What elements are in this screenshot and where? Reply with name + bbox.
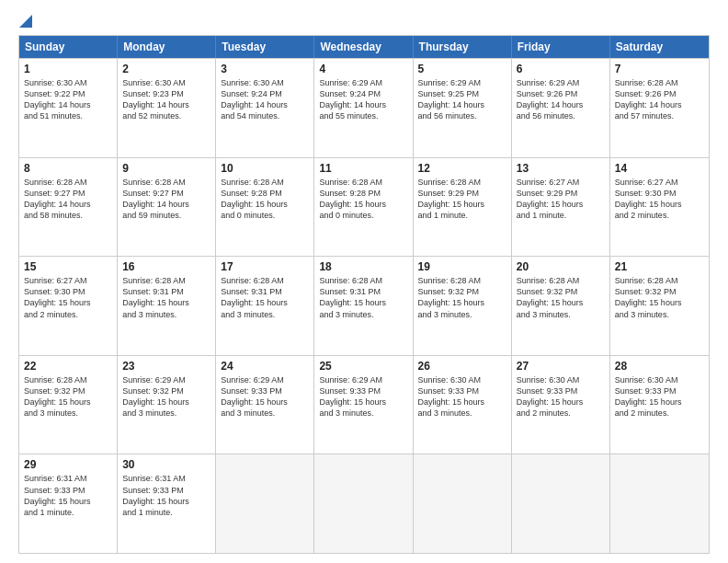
day-cell-18: 18Sunrise: 6:28 AM Sunset: 9:31 PM Dayli… [314,257,413,355]
day-number: 12 [418,162,506,175]
day-info: Sunrise: 6:28 AM Sunset: 9:32 PM Dayligh… [24,374,112,419]
day-cell-26: 26Sunrise: 6:30 AM Sunset: 9:33 PM Dayli… [414,356,512,454]
day-cell-3: 3Sunrise: 6:30 AM Sunset: 9:24 PM Daylig… [216,59,314,157]
day-number: 9 [122,162,210,175]
day-cell-5: 5Sunrise: 6:29 AM Sunset: 9:25 PM Daylig… [414,59,512,157]
day-info: Sunrise: 6:29 AM Sunset: 9:33 PM Dayligh… [221,374,309,419]
header-day-friday: Friday [512,36,610,58]
day-cell-20: 20Sunrise: 6:28 AM Sunset: 9:32 PM Dayli… [512,257,610,355]
header-day-tuesday: Tuesday [216,36,314,58]
day-cell-9: 9Sunrise: 6:28 AM Sunset: 9:27 PM Daylig… [118,158,216,257]
day-cell-28: 28Sunrise: 6:30 AM Sunset: 9:33 PM Dayli… [610,356,709,454]
day-cell-2: 2Sunrise: 6:30 AM Sunset: 9:23 PM Daylig… [118,59,216,157]
day-cell-15: 15Sunrise: 6:27 AM Sunset: 9:30 PM Dayli… [19,257,118,355]
day-info: Sunrise: 6:29 AM Sunset: 9:24 PM Dayligh… [319,77,407,122]
calendar-row-0: 1Sunrise: 6:30 AM Sunset: 9:22 PM Daylig… [19,58,709,157]
logo-icon [19,15,32,28]
day-number: 7 [615,63,704,75]
day-cell-19: 19Sunrise: 6:28 AM Sunset: 9:32 PM Dayli… [414,257,512,355]
day-info: Sunrise: 6:27 AM Sunset: 9:30 PM Dayligh… [615,177,704,222]
calendar-row-4: 29Sunrise: 6:31 AM Sunset: 9:33 PM Dayli… [19,454,709,553]
day-info: Sunrise: 6:28 AM Sunset: 9:27 PM Dayligh… [24,177,112,222]
day-info: Sunrise: 6:30 AM Sunset: 9:23 PM Dayligh… [122,77,210,122]
day-info: Sunrise: 6:28 AM Sunset: 9:27 PM Dayligh… [122,177,210,222]
day-number: 23 [122,360,210,373]
day-number: 11 [319,162,407,175]
day-info: Sunrise: 6:28 AM Sunset: 9:32 PM Dayligh… [517,275,605,320]
svg-marker-0 [19,15,32,28]
day-number: 19 [418,260,506,273]
calendar-header: SundayMondayTuesdayWednesdayThursdayFrid… [19,36,709,58]
day-info: Sunrise: 6:28 AM Sunset: 9:31 PM Dayligh… [221,275,309,320]
day-info: Sunrise: 6:30 AM Sunset: 9:33 PM Dayligh… [517,374,605,419]
day-number: 17 [221,260,309,273]
calendar-row-2: 15Sunrise: 6:27 AM Sunset: 9:30 PM Dayli… [19,256,709,355]
day-number: 10 [221,162,309,175]
day-cell-29: 29Sunrise: 6:31 AM Sunset: 9:33 PM Dayli… [19,454,118,553]
day-info: Sunrise: 6:27 AM Sunset: 9:30 PM Dayligh… [24,275,112,320]
day-cell-24: 24Sunrise: 6:29 AM Sunset: 9:33 PM Dayli… [216,356,314,454]
day-number: 15 [24,260,112,273]
day-number: 29 [24,458,112,471]
day-info: Sunrise: 6:29 AM Sunset: 9:26 PM Dayligh… [517,77,605,122]
day-cell-16: 16Sunrise: 6:28 AM Sunset: 9:31 PM Dayli… [118,257,216,355]
day-number: 22 [24,360,112,373]
day-info: Sunrise: 6:29 AM Sunset: 9:25 PM Dayligh… [418,77,506,122]
day-number: 21 [615,260,704,273]
day-number: 16 [122,260,210,273]
day-number: 1 [24,63,112,75]
logo [18,15,32,29]
day-number: 30 [122,458,210,471]
day-number: 13 [517,162,605,175]
empty-cell [512,454,610,553]
day-info: Sunrise: 6:28 AM Sunset: 9:32 PM Dayligh… [418,275,506,320]
day-number: 24 [221,360,309,373]
day-info: Sunrise: 6:27 AM Sunset: 9:29 PM Dayligh… [517,177,605,222]
day-info: Sunrise: 6:28 AM Sunset: 9:28 PM Dayligh… [221,177,309,222]
day-cell-1: 1Sunrise: 6:30 AM Sunset: 9:22 PM Daylig… [19,59,118,157]
header-day-wednesday: Wednesday [314,36,413,58]
day-number: 25 [319,360,407,373]
day-number: 3 [221,63,309,75]
empty-cell [414,454,512,553]
day-cell-23: 23Sunrise: 6:29 AM Sunset: 9:32 PM Dayli… [118,356,216,454]
day-cell-14: 14Sunrise: 6:27 AM Sunset: 9:30 PM Dayli… [610,158,709,257]
day-cell-17: 17Sunrise: 6:28 AM Sunset: 9:31 PM Dayli… [216,257,314,355]
day-info: Sunrise: 6:28 AM Sunset: 9:31 PM Dayligh… [319,275,407,320]
page: SundayMondayTuesdayWednesdayThursdayFrid… [0,0,728,563]
day-cell-22: 22Sunrise: 6:28 AM Sunset: 9:32 PM Dayli… [19,356,118,454]
calendar-row-3: 22Sunrise: 6:28 AM Sunset: 9:32 PM Dayli… [19,355,709,454]
day-cell-27: 27Sunrise: 6:30 AM Sunset: 9:33 PM Dayli… [512,356,610,454]
empty-cell [314,454,413,553]
day-info: Sunrise: 6:31 AM Sunset: 9:33 PM Dayligh… [24,473,112,518]
day-info: Sunrise: 6:30 AM Sunset: 9:33 PM Dayligh… [418,374,506,419]
day-cell-4: 4Sunrise: 6:29 AM Sunset: 9:24 PM Daylig… [314,59,413,157]
header-day-saturday: Saturday [610,36,709,58]
day-cell-30: 30Sunrise: 6:31 AM Sunset: 9:33 PM Dayli… [118,454,216,553]
day-number: 26 [418,360,506,373]
day-number: 5 [418,63,506,75]
day-info: Sunrise: 6:30 AM Sunset: 9:33 PM Dayligh… [615,374,704,419]
day-number: 28 [615,360,704,373]
day-cell-12: 12Sunrise: 6:28 AM Sunset: 9:29 PM Dayli… [414,158,512,257]
day-cell-11: 11Sunrise: 6:28 AM Sunset: 9:28 PM Dayli… [314,158,413,257]
day-number: 18 [319,260,407,273]
day-info: Sunrise: 6:28 AM Sunset: 9:28 PM Dayligh… [319,177,407,222]
day-info: Sunrise: 6:31 AM Sunset: 9:33 PM Dayligh… [122,473,210,518]
header-day-thursday: Thursday [414,36,512,58]
day-cell-13: 13Sunrise: 6:27 AM Sunset: 9:29 PM Dayli… [512,158,610,257]
empty-cell [216,454,314,553]
day-number: 4 [319,63,407,75]
calendar-row-1: 8Sunrise: 6:28 AM Sunset: 9:27 PM Daylig… [19,157,709,257]
day-cell-6: 6Sunrise: 6:29 AM Sunset: 9:26 PM Daylig… [512,59,610,157]
day-cell-7: 7Sunrise: 6:28 AM Sunset: 9:26 PM Daylig… [610,59,709,157]
day-cell-21: 21Sunrise: 6:28 AM Sunset: 9:32 PM Dayli… [610,257,709,355]
day-info: Sunrise: 6:30 AM Sunset: 9:22 PM Dayligh… [24,77,112,122]
empty-cell [610,454,709,553]
calendar: SundayMondayTuesdayWednesdayThursdayFrid… [18,35,710,554]
day-number: 8 [24,162,112,175]
day-info: Sunrise: 6:28 AM Sunset: 9:29 PM Dayligh… [418,177,506,222]
day-cell-8: 8Sunrise: 6:28 AM Sunset: 9:27 PM Daylig… [19,158,118,257]
day-number: 20 [517,260,605,273]
day-number: 14 [615,162,704,175]
